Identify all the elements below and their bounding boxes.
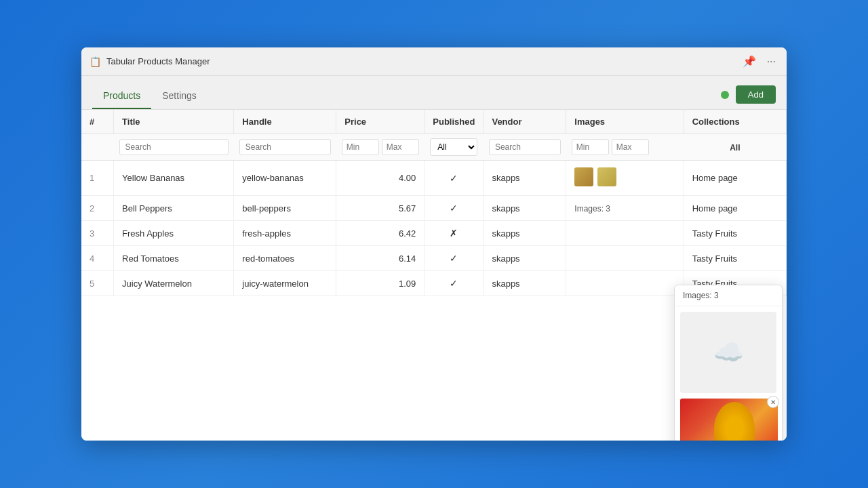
images-popup: Images: 3 ☁️ ✕ ✕ (674, 285, 783, 441)
add-button[interactable]: Add (736, 85, 776, 104)
cross-icon: ✗ (450, 228, 458, 239)
filter-title (114, 134, 234, 161)
row-published-4: ✓ (425, 246, 484, 271)
col-header-price: Price (336, 110, 425, 134)
row-num-1: 1 (81, 161, 114, 196)
col-header-collections: Collections (684, 110, 786, 134)
price-range (342, 139, 419, 155)
images-min-input[interactable] (572, 139, 609, 155)
published-select[interactable]: All Yes No (430, 138, 477, 156)
upload-area[interactable]: ☁️ (680, 312, 776, 393)
tab-actions: Add (721, 85, 776, 109)
row-vendor-2: skapps (484, 196, 566, 221)
filter-images (566, 134, 684, 161)
images-range (572, 139, 678, 155)
tabs: Products Settings (92, 76, 208, 109)
table-row: 4 Red Tomatoes red-tomatoes 6.14 ✓ skapp… (81, 246, 787, 271)
filter-vendor (484, 134, 566, 161)
image-thumb-1 (574, 167, 593, 186)
products-table: # Title Handle Price Published Vendor Im… (81, 110, 787, 296)
row-handle-4: red-tomatoes (234, 246, 336, 271)
row-price-2: 5.67 (336, 196, 425, 221)
app-window: 📋 Tabular Products Manager 📌 ··· Product… (81, 47, 787, 441)
row-vendor-5: skapps (484, 271, 566, 296)
vendor-search-input[interactable] (489, 139, 561, 155)
tab-products[interactable]: Products (92, 76, 151, 109)
row-collections-1: Home page (684, 161, 786, 196)
row-price-4: 6.14 (336, 246, 425, 271)
row-images-4 (566, 246, 684, 271)
row-num-5: 5 (81, 271, 114, 296)
filter-published: All Yes No (425, 134, 484, 161)
table-filter-row: All Yes No A (81, 134, 787, 161)
check-icon: ✓ (450, 253, 458, 264)
col-header-vendor: Vendor (484, 110, 566, 134)
price-min-input[interactable] (342, 139, 379, 155)
row-num-4: 4 (81, 246, 114, 271)
row-handle-1: yellow-bananas (234, 161, 336, 196)
table-row: 3 Fresh Apples fresh-apples 6.42 ✗ skapp… (81, 221, 787, 246)
row-collections-2: Home page (684, 196, 786, 221)
images-count-2: Images: 3 (574, 204, 610, 214)
row-title-5: Juicy Watermelon (114, 271, 234, 296)
row-images-1 (566, 161, 684, 196)
row-published-2: ✓ (425, 196, 484, 221)
col-header-published: Published (425, 110, 484, 134)
upload-icon: ☁️ (713, 338, 744, 367)
filter-handle (234, 134, 336, 161)
row-vendor-4: skapps (484, 246, 566, 271)
price-max-input[interactable] (382, 139, 419, 155)
pepper-image-1 (680, 399, 778, 441)
row-num-2: 2 (81, 196, 114, 221)
check-icon: ✓ (450, 173, 458, 184)
title-search-input[interactable] (119, 139, 229, 155)
table-header-row: # Title Handle Price Published Vendor Im… (81, 110, 787, 134)
row-collections-3: Tasty Fruits (684, 221, 786, 246)
more-button[interactable]: ··· (764, 54, 778, 69)
check-icon: ✓ (450, 278, 458, 289)
app-title: Tabular Products Manager (106, 56, 734, 66)
col-header-images: Images (566, 110, 684, 134)
handle-search-input[interactable] (239, 139, 331, 155)
titlebar: 📋 Tabular Products Manager 📌 ··· (81, 47, 787, 76)
titlebar-actions: 📌 ··· (740, 54, 778, 69)
row-price-5: 1.09 (336, 271, 425, 296)
table-container: # Title Handle Price Published Vendor Im… (81, 110, 787, 441)
row-vendor-3: skapps (484, 221, 566, 246)
table-row: 1 Yellow Bananas yellow-bananas 4.00 ✓ s… (81, 161, 787, 196)
row-title-3: Fresh Apples (114, 221, 234, 246)
tab-bar: Products Settings Add (81, 76, 787, 110)
row-handle-5: juicy-watermelon (234, 271, 336, 296)
row-collections-4: Tasty Fruits (684, 246, 786, 271)
row-published-5: ✓ (425, 271, 484, 296)
pin-button[interactable]: 📌 (740, 54, 759, 69)
image-thumb-2 (597, 167, 616, 186)
col-header-handle: Handle (234, 110, 336, 134)
row-price-1: 4.00 (336, 161, 425, 196)
check-icon: ✓ (450, 203, 458, 214)
row-published-1: ✓ (425, 161, 484, 196)
row-handle-2: bell-peppers (234, 196, 336, 221)
row-num-3: 3 (81, 221, 114, 246)
images-max-input[interactable] (612, 139, 649, 155)
col-header-num: # (81, 110, 114, 134)
remove-image-1-button[interactable]: ✕ (767, 396, 779, 408)
status-indicator (721, 91, 729, 99)
row-images-2[interactable]: Images: 3 (566, 196, 684, 221)
tab-settings[interactable]: Settings (151, 76, 208, 109)
row-title-4: Red Tomatoes (114, 246, 234, 271)
row-title-2: Bell Peppers (114, 196, 234, 221)
filter-collections: All (684, 134, 786, 161)
row-images-5 (566, 271, 684, 296)
row-title-1: Yellow Bananas (114, 161, 234, 196)
table-row: 2 Bell Peppers bell-peppers 5.67 ✓ skapp… (81, 196, 787, 221)
row-images-3 (566, 221, 684, 246)
image-item-1: ✕ (680, 399, 776, 441)
app-icon: 📋 (90, 56, 101, 67)
popup-header: Images: 3 (675, 285, 782, 306)
row-vendor-1: skapps (484, 161, 566, 196)
col-header-title: Title (114, 110, 234, 134)
row-price-3: 6.42 (336, 221, 425, 246)
row-handle-3: fresh-apples (234, 221, 336, 246)
filter-price (336, 134, 425, 161)
